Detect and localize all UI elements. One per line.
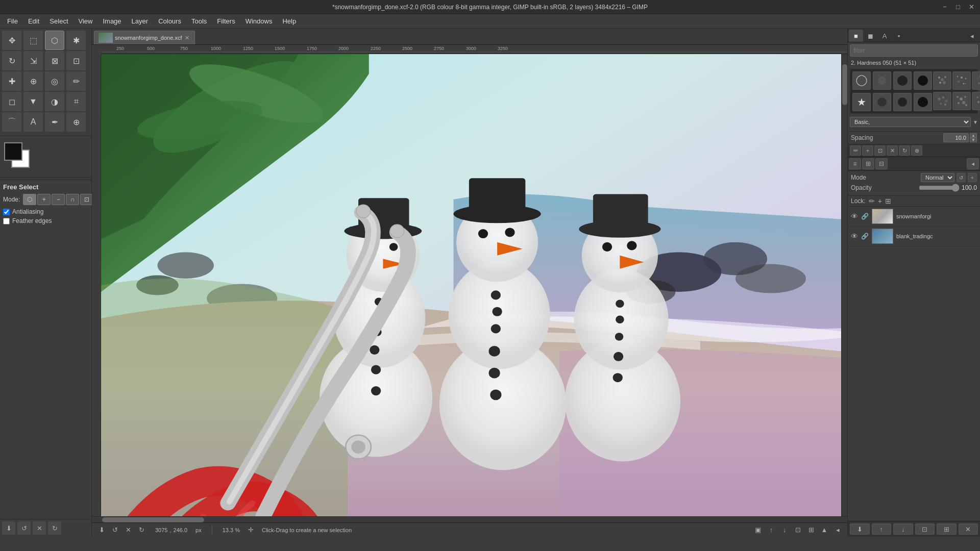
config-icon[interactable]: ↻ xyxy=(48,521,61,535)
menu-layer[interactable]: Layer xyxy=(127,15,154,27)
mode-subtract[interactable]: − xyxy=(52,194,65,205)
status-undo-icon[interactable]: ↺ xyxy=(109,524,120,536)
brush-item-2[interactable] xyxy=(873,71,891,90)
status-delete-icon[interactable]: ✕ xyxy=(122,524,134,536)
vertical-scrollbar[interactable] xyxy=(841,54,847,516)
status-icon-3[interactable]: ↓ xyxy=(779,524,790,536)
move-tool[interactable]: ✥ xyxy=(2,31,21,50)
add-brush-button[interactable]: ⊕ xyxy=(911,145,922,156)
filter-input[interactable] xyxy=(850,44,978,57)
brush-scatter-1[interactable] xyxy=(933,71,951,90)
brush-item-7[interactable] xyxy=(914,93,932,111)
blur-tool[interactable]: ◎ xyxy=(45,71,64,91)
status-icon-2[interactable]: ↑ xyxy=(766,524,777,536)
menu-windows[interactable]: Windows xyxy=(240,15,278,27)
menu-edit[interactable]: Edit xyxy=(23,15,44,27)
minimize-button[interactable]: − xyxy=(940,3,949,12)
brush-scatter-2[interactable] xyxy=(952,71,971,90)
paintbucket-tool[interactable]: ▼ xyxy=(23,92,43,111)
layers-icon[interactable]: ≡ xyxy=(849,158,861,169)
new-brush-button[interactable]: + xyxy=(862,145,873,156)
rotate-tool[interactable]: ↻ xyxy=(2,51,21,70)
heal-tool[interactable]: ✚ xyxy=(2,71,21,91)
layer-delete-button[interactable]: ✕ xyxy=(959,523,978,535)
mode-add[interactable]: + xyxy=(37,194,51,205)
brushes-tab[interactable]: ■ xyxy=(849,30,863,42)
brush-item-6[interactable] xyxy=(893,93,912,111)
tab-close-button[interactable]: ✕ xyxy=(184,35,190,41)
layer-2-visibility[interactable]: 👁 xyxy=(851,232,858,240)
horizontal-scrollbar[interactable] xyxy=(92,516,847,522)
layer-row-1[interactable]: 👁 🔗 snowmanforgi xyxy=(848,207,980,227)
close-button[interactable]: ✕ xyxy=(967,3,976,12)
menu-colours[interactable]: Colours xyxy=(153,15,186,27)
brush-scatter-5[interactable] xyxy=(933,92,951,110)
menu-filters[interactable]: Filters xyxy=(212,15,240,27)
layer-lower-button[interactable]: ↓ xyxy=(893,523,913,535)
lock-position-icon[interactable]: + xyxy=(878,197,882,205)
menu-select[interactable]: Select xyxy=(44,15,73,27)
fuzzy-select-tool[interactable]: ✱ xyxy=(66,31,86,50)
gradients-tab[interactable]: ◼ xyxy=(863,30,877,42)
brush-item-3[interactable] xyxy=(893,71,912,90)
spacing-decrement[interactable]: ▼ xyxy=(970,138,977,142)
canvas-container[interactable] xyxy=(101,54,841,516)
horizontal-scrollbar-thumb[interactable] xyxy=(102,517,204,522)
brush-item-1[interactable] xyxy=(852,71,871,90)
config-icon[interactable]: ◂ xyxy=(967,158,979,169)
scale-tool[interactable]: ⇲ xyxy=(23,51,43,70)
color-picker-tool[interactable]: ✒ xyxy=(45,112,64,132)
layer-1-link[interactable]: 🔗 xyxy=(861,213,869,220)
layer-2-link[interactable]: 🔗 xyxy=(861,233,869,240)
dodge-burn-tool[interactable]: ◑ xyxy=(45,92,64,111)
fonts-tab[interactable]: A xyxy=(877,30,892,42)
brush-item-4[interactable] xyxy=(914,71,932,90)
lock-alpha-icon[interactable]: ⊞ xyxy=(885,197,891,205)
status-icon-1[interactable]: ▣ xyxy=(752,524,764,536)
zoom-tool[interactable]: ⊕ xyxy=(66,112,86,132)
status-redo-icon[interactable]: ↻ xyxy=(136,524,147,536)
antialiasing-label[interactable]: Antialiasing xyxy=(12,208,43,215)
image-tab[interactable]: snowmanforgimp_done.xcf ✕ xyxy=(94,31,195,44)
layer-duplicate-button[interactable]: ⊡ xyxy=(915,523,935,535)
brush-item-5[interactable] xyxy=(873,93,891,111)
status-icon-7[interactable]: ◂ xyxy=(832,524,843,536)
mode-select[interactable]: Normal xyxy=(921,173,954,182)
duplicate-brush-button[interactable]: ⊡ xyxy=(874,145,886,156)
patterns-tab[interactable]: ▪ xyxy=(892,30,906,42)
brush-scatter-6[interactable] xyxy=(952,92,971,110)
menu-file[interactable]: File xyxy=(2,15,23,27)
menu-view[interactable]: View xyxy=(74,15,98,27)
clone-tool[interactable]: ⊕ xyxy=(23,71,43,91)
perspective-tool[interactable]: ⊡ xyxy=(66,51,86,70)
edit-brush-button[interactable]: ✏ xyxy=(850,145,861,156)
save-icon[interactable]: ⬇ xyxy=(2,521,15,535)
feather-edges-label[interactable]: Feather edges xyxy=(12,217,52,224)
mode-reset[interactable]: ↺ xyxy=(957,173,966,182)
foreground-color-swatch[interactable] xyxy=(4,142,22,161)
status-save-icon[interactable]: ⬇ xyxy=(96,524,107,536)
feather-edges-checkbox[interactable] xyxy=(3,218,10,224)
spacing-increment[interactable]: ▲ xyxy=(970,133,977,138)
restore-icon[interactable]: ↺ xyxy=(17,521,31,535)
free-select-tool[interactable]: ⬡ xyxy=(45,31,64,50)
text-tool[interactable]: A xyxy=(23,112,43,132)
maximize-button[interactable]: □ xyxy=(953,3,963,12)
delete-brush-button[interactable]: ✕ xyxy=(887,145,898,156)
panel-config-tab[interactable]: ◂ xyxy=(965,30,979,42)
brush-scatter-7[interactable] xyxy=(972,92,980,110)
eraser-tool[interactable]: ◻ xyxy=(2,92,21,111)
status-icon-5[interactable]: ⊞ xyxy=(805,524,817,536)
path-tool[interactable]: ⌒ xyxy=(2,112,21,132)
vertical-scrollbar-thumb[interactable] xyxy=(842,64,847,105)
status-icon-6[interactable]: ▲ xyxy=(819,524,830,536)
mode-replace[interactable]: ⬡ xyxy=(23,194,36,205)
pencil-tool[interactable]: ✏ xyxy=(66,71,86,91)
preset-select[interactable]: Basic, xyxy=(850,117,971,127)
layer-anchor-button[interactable]: ⊞ xyxy=(937,523,957,535)
paths-icon[interactable]: ⊟ xyxy=(875,158,888,169)
mode-intersect[interactable]: ∩ xyxy=(66,194,79,205)
spacing-input[interactable] xyxy=(943,133,969,142)
channels-icon[interactable]: ⊞ xyxy=(862,158,874,169)
refresh-brush-button[interactable]: ↻ xyxy=(899,145,910,156)
